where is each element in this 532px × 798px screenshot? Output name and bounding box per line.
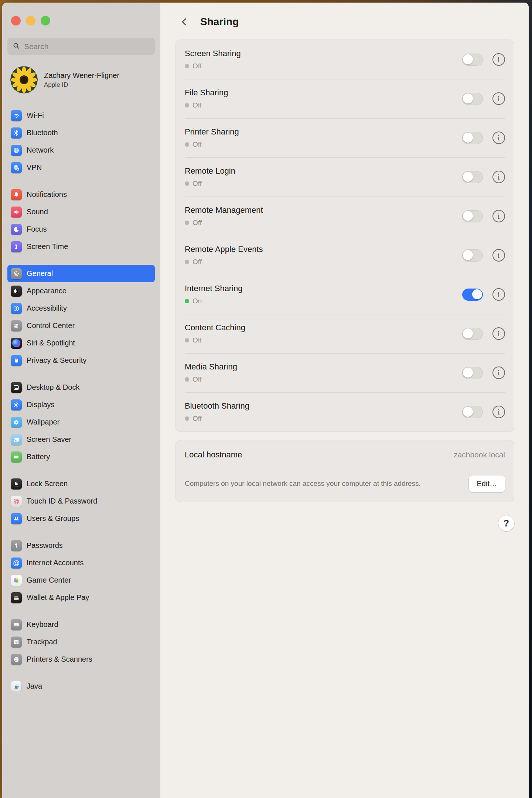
sidebar-item-internet-accounts[interactable]: @Internet Accounts (7, 554, 155, 572)
printer-sharing-info-button[interactable]: i (492, 132, 505, 144)
service-row-remote-apple-events: Remote Apple EventsOffi (176, 236, 514, 275)
sidebar-group: Lock ScreenTouch ID & PasswordUsers & Gr… (7, 475, 155, 527)
sidebar-item-notifications[interactable]: Notifications (7, 186, 155, 203)
internet-sharing-info-button[interactable]: i (492, 288, 505, 301)
file-sharing-toggle[interactable] (462, 93, 483, 105)
service-status: Off (185, 180, 462, 188)
sidebar-item-printers-scanners[interactable]: Printers & Scanners (7, 651, 155, 668)
battery-icon (11, 451, 22, 463)
sidebar-item-keyboard[interactable]: Keyboard (7, 616, 155, 633)
accessibility-icon (11, 303, 22, 314)
sidebar-item-appearance[interactable]: Appearance (7, 282, 155, 300)
remote-management-info-button[interactable]: i (492, 210, 505, 222)
service-name: Printer Sharing (185, 127, 462, 137)
key-icon (11, 540, 22, 551)
sidebar-item-wallet-apple-pay[interactable]: Wallet & Apple Pay (7, 589, 155, 606)
edit-hostname-button[interactable]: Edit… (469, 475, 505, 492)
help-row: ? (175, 515, 514, 531)
sidebar-item-privacy-security[interactable]: Privacy & Security (7, 352, 155, 369)
printer-icon (11, 654, 22, 665)
sidebar-item-label: Siri & Spotlight (27, 339, 75, 347)
control-center-icon (11, 320, 22, 331)
sidebar-item-accessibility[interactable]: Accessibility (7, 300, 155, 317)
media-sharing-toggle[interactable] (462, 367, 483, 379)
sidebar-item-control-center[interactable]: Control Center (7, 317, 155, 334)
sidebar-item-users-groups[interactable]: Users & Groups (7, 510, 155, 527)
gear-icon (11, 268, 22, 279)
printer-sharing-toggle[interactable] (462, 132, 483, 144)
service-name: Remote Management (185, 205, 462, 215)
sidebar-item-desktop-dock[interactable]: Desktop & Dock (7, 379, 155, 396)
sidebar: Search (2, 3, 160, 798)
sidebar-item-passwords[interactable]: Passwords (7, 537, 155, 554)
help-button[interactable]: ? (498, 515, 514, 531)
appearance-icon (11, 286, 22, 297)
service-info: Remote Apple EventsOff (185, 245, 462, 266)
search-input[interactable]: Search (7, 38, 155, 55)
wallet-icon (11, 592, 22, 603)
bluetooth-sharing-info-button[interactable]: i (492, 406, 505, 418)
status-text: Off (192, 336, 202, 344)
file-sharing-info-button[interactable]: i (492, 92, 505, 105)
service-row-internet-sharing: Internet SharingOni (176, 275, 514, 314)
sidebar-item-wallpaper[interactable]: Wallpaper (7, 413, 155, 431)
status-text: Off (192, 140, 202, 149)
lock-icon (11, 478, 22, 490)
sidebar-item-displays[interactable]: Displays (7, 396, 155, 413)
media-sharing-info-button[interactable]: i (492, 366, 505, 379)
search-placeholder: Search (24, 42, 49, 51)
sidebar-item-battery[interactable]: Battery (7, 448, 155, 466)
page-title: Sharing (200, 16, 239, 28)
service-info: Printer SharingOff (185, 127, 462, 149)
remote-apple-events-toggle[interactable] (462, 249, 483, 262)
sidebar-item-label: Trackpad (27, 638, 57, 646)
bluetooth-sharing-toggle[interactable] (462, 406, 483, 418)
toggle-knob (463, 407, 473, 417)
window-controls (11, 16, 155, 25)
service-name: Content Caching (185, 323, 462, 332)
status-dot (185, 416, 189, 421)
sidebar-item-screen-time[interactable]: Screen Time (7, 238, 155, 255)
sidebar-item-siri-spotlight[interactable]: Siri & Spotlight (7, 334, 155, 352)
remote-management-toggle[interactable] (462, 210, 483, 222)
service-info: File SharingOff (185, 88, 462, 109)
content-caching-info-button[interactable]: i (492, 327, 505, 340)
sidebar-item-screen-saver[interactable]: Screen Saver (7, 431, 155, 448)
status-dot (185, 221, 189, 225)
status-text: Off (192, 180, 202, 188)
sidebar-item-general[interactable]: General (7, 265, 155, 282)
sidebar-item-sound[interactable]: Sound (7, 203, 155, 221)
sidebar-group: NotificationsSoundFocusScreen Time (7, 186, 155, 255)
sidebar-item-bluetooth[interactable]: Bluetooth (7, 124, 155, 141)
content-caching-toggle[interactable] (462, 328, 483, 340)
service-name: Internet Sharing (185, 284, 462, 293)
sidebar-item-trackpad[interactable]: Trackpad (7, 633, 155, 651)
service-status: Off (185, 140, 462, 149)
sidebar-item-label: Users & Groups (27, 514, 79, 523)
sidebar-item-java[interactable]: Java (7, 678, 155, 695)
sidebar-item-touch-id-password[interactable]: Touch ID & Password (7, 492, 155, 510)
toggle-knob (472, 289, 482, 299)
sidebar-item-lock-screen[interactable]: Lock Screen (7, 475, 155, 492)
sidebar-item-wi-fi[interactable]: Wi-Fi (7, 107, 155, 124)
sidebar-item-game-center[interactable]: Game Center (7, 572, 155, 589)
remote-login-info-button[interactable]: i (492, 171, 505, 183)
internet-sharing-toggle[interactable] (462, 289, 483, 301)
zoom-window-button[interactable] (41, 16, 50, 25)
sidebar-item-label: Java (27, 682, 42, 690)
close-window-button[interactable] (11, 16, 21, 25)
sidebar-item-label: Screen Saver (27, 435, 71, 444)
status-dot (185, 260, 189, 264)
service-row-remote-management: Remote ManagementOffi (176, 197, 514, 236)
sidebar-item-network[interactable]: Network (7, 141, 155, 159)
minimize-window-button[interactable] (26, 16, 35, 25)
sidebar-item-vpn[interactable]: VPN (7, 159, 155, 176)
remote-login-toggle[interactable] (462, 171, 483, 183)
back-button[interactable] (180, 16, 189, 27)
screen-sharing-toggle[interactable] (462, 54, 483, 66)
sidebar-item-focus[interactable]: Focus (7, 221, 155, 238)
screen-sharing-info-button[interactable]: i (492, 53, 505, 66)
remote-apple-events-info-button[interactable]: i (492, 249, 505, 262)
apple-id-row[interactable]: Zachary Wener-Fligner Apple ID (10, 66, 152, 93)
toggle-knob (463, 250, 473, 260)
